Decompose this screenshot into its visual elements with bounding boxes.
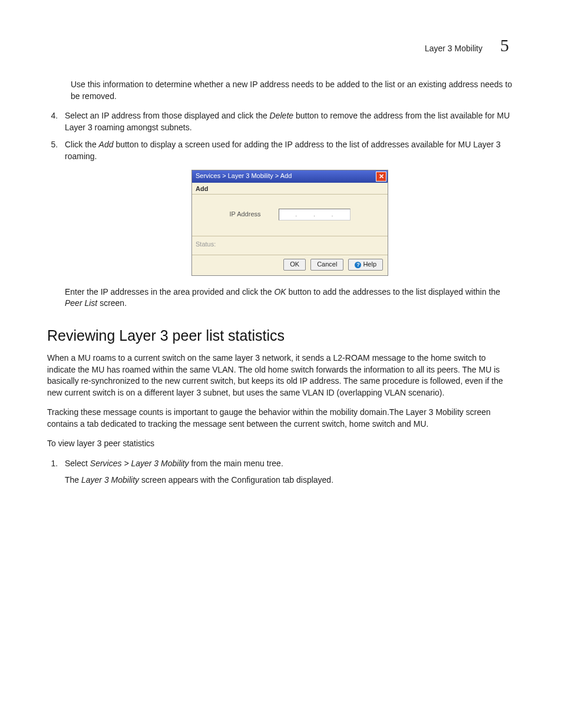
dialog-buttons: OK Cancel ? Help xyxy=(192,255,388,275)
section-para-1: When a MU roams to a current switch on t… xyxy=(47,353,515,398)
step-4: Select an IP address from those displaye… xyxy=(60,110,515,133)
chapter-number: 5 xyxy=(500,35,509,55)
ok-button[interactable]: OK xyxy=(283,259,306,270)
intro-paragraph: Use this information to determine whethe… xyxy=(71,79,515,102)
ip-row: IP Address ... xyxy=(192,195,388,236)
help-button[interactable]: ? Help xyxy=(348,259,383,270)
dialog-titlebar: Services > Layer 3 Mobility > Add ✕ xyxy=(192,170,388,183)
dialog-section-label: Add xyxy=(192,183,388,195)
help-icon: ? xyxy=(355,262,361,268)
cancel-button[interactable]: Cancel xyxy=(310,259,343,270)
after-dialog-paragraph: Enter the IP addresses in the area provi… xyxy=(65,286,515,309)
section-heading: Reviewing Layer 3 peer list statistics xyxy=(47,327,515,344)
add-dialog: Services > Layer 3 Mobility > Add ✕ Add … xyxy=(191,170,388,276)
step-1: Select Services > Layer 3 Mobility from … xyxy=(60,458,515,486)
dialog-title: Services > Layer 3 Mobility > Add xyxy=(196,172,292,180)
close-icon[interactable]: ✕ xyxy=(376,172,386,182)
status-label: Status: xyxy=(192,236,388,255)
page-header: Layer 3 Mobility 5 xyxy=(47,35,515,55)
view-steps: Select Services > Layer 3 Mobility from … xyxy=(47,458,515,486)
section-para-3: To view layer 3 peer statistics xyxy=(47,438,515,450)
ip-address-label: IP Address xyxy=(230,210,261,219)
ip-address-input[interactable]: ... xyxy=(279,209,351,220)
header-title: Layer 3 Mobility xyxy=(425,44,482,53)
section-para-2: Tracking these message counts is importa… xyxy=(47,407,515,430)
step-1-sub: The Layer 3 Mobility screen appears with… xyxy=(65,475,515,486)
step-5: Click the Add button to display a screen… xyxy=(60,139,515,309)
continued-steps: Select an IP address from those displaye… xyxy=(47,110,515,309)
